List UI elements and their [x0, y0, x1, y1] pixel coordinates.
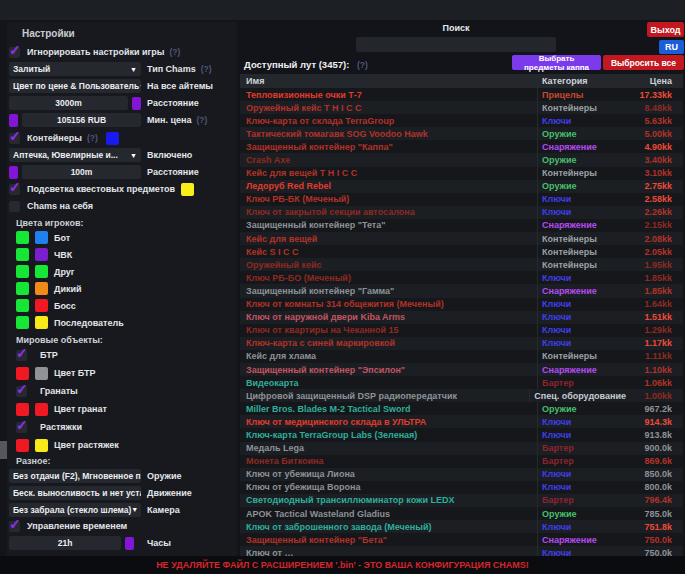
world-objects-list: ✓БТРЦвет БТР✓ГранатыЦвет гранат✓Растяжки… — [16, 346, 235, 454]
loot-row[interactable]: Тепловизионные очки Т-7Прицелы17.33kk — [240, 88, 683, 101]
loot-row[interactable]: Защищенный контейнер "Тета"Снаряжение2.1… — [240, 219, 683, 232]
hidden-color-swatch[interactable] — [35, 265, 48, 278]
misc-dropdown[interactable]: Без забрала (стекло шлема)▼ — [9, 503, 141, 517]
loot-item-category: Контейнеры — [537, 350, 626, 363]
loot-row[interactable]: Ключ от убежища ВоронаКлючи800.0k — [240, 481, 683, 494]
world-object-row: ✓Растяжки — [16, 418, 235, 436]
containers-color-swatch[interactable] — [106, 132, 119, 145]
loot-row[interactable]: Кейс для хламаКонтейнеры1.11kk — [240, 350, 683, 363]
loot-row[interactable]: Оружейный кейсКонтейнеры1.95kk — [240, 258, 683, 271]
drop-all-button[interactable]: Выбросить все — [603, 55, 684, 70]
loot-item-name: Miller Bros. Blades M-2 Tactical Sword — [240, 404, 537, 414]
exit-button[interactable]: Выход — [647, 22, 684, 37]
loot-row[interactable]: Медаль LegaБартер900.0k — [240, 442, 683, 455]
loot-row[interactable]: Ключ от наружной двери Kiba ArmsКлючи1.5… — [240, 311, 683, 324]
chams-self-checkbox[interactable]: ✓ — [9, 201, 20, 212]
containers-checkbox[interactable]: ✓ — [9, 133, 20, 144]
hidden-color-swatch[interactable] — [35, 248, 48, 261]
misc-dropdown[interactable]: Без отдачи (F2), Мгновенное п▼ — [9, 469, 141, 483]
loot-row[interactable]: Ключ-карта от склада TerraGroupКлючи5.63… — [240, 114, 683, 127]
loot-row[interactable]: Ключ от комнаты 314 общежития (Меченый)К… — [240, 298, 683, 311]
loot-row[interactable]: Ледоруб Red RebelОружие2.75kk — [240, 180, 683, 193]
loot-item-price: 4.90kk — [626, 142, 683, 152]
help-icon: (?) — [169, 47, 180, 57]
visible-color-swatch[interactable] — [16, 316, 29, 329]
player-type-label: ЧВК — [54, 250, 72, 260]
loot-row[interactable]: Ключ-карта TerraGroup Labs (Зеленая)Ключ… — [240, 428, 683, 441]
visible-color-swatch[interactable] — [16, 299, 29, 312]
column-header-price[interactable]: Цена — [626, 76, 683, 86]
world-object-checkbox[interactable]: ✓ — [16, 386, 27, 397]
loot-row[interactable]: Ключ от закрытой секции автосалонаКлючи2… — [240, 206, 683, 219]
loot-row[interactable]: Светодиодный трансиллюминатор кожи LEDXБ… — [240, 494, 683, 507]
loot-item-category: Бартер — [537, 455, 626, 468]
world-color-swatch-1[interactable] — [16, 439, 29, 452]
loot-item-price: 17.33kk — [626, 90, 683, 100]
loot-row[interactable]: Ключ РБ-БО (Меченый)Ключи1.85kk — [240, 271, 683, 284]
world-color-swatch-1[interactable] — [16, 367, 29, 380]
loot-row[interactable]: ВидеокартаБартер1.06kk — [240, 376, 683, 389]
distance-input[interactable]: 3000m — [9, 96, 128, 110]
world-color-swatch-2[interactable] — [35, 367, 48, 380]
loot-row[interactable]: Ключ от квартиры на Чеканной 15Ключи1.29… — [240, 324, 683, 337]
search-input[interactable] — [356, 37, 556, 52]
loot-item-category: Бартер — [537, 442, 626, 455]
distance-color-swatch[interactable] — [132, 97, 141, 110]
quest-items-checkbox[interactable]: ✓ — [9, 184, 20, 195]
world-object-checkbox[interactable]: ✓ — [16, 422, 27, 433]
loot-row[interactable]: Ключ от медицинского склада в УЛЬТРАКлюч… — [240, 415, 683, 428]
language-button[interactable]: RU — [659, 40, 684, 54]
loot-row[interactable]: Ключ от убежища ЛионаКлючи850.0k — [240, 468, 683, 481]
loot-row[interactable]: Ключ от заброшенного завода (Меченый)Клю… — [240, 520, 683, 533]
column-header-category[interactable]: Категория — [537, 74, 626, 88]
loot-row[interactable]: Защищенный контейнер "Эпсилон"Снаряжение… — [240, 363, 683, 376]
loot-row[interactable]: Ключ-карта с синей маркировкойКлючи1.17k… — [240, 337, 683, 350]
misc-dropdown[interactable]: Беск. выносливость и нет уста▼ — [9, 486, 141, 500]
loot-row[interactable]: Ключ от …Ключи750.0k — [240, 546, 683, 556]
min-price-label: Мин. цена — [147, 115, 191, 125]
world-object-row: Цвет растяжек — [16, 436, 235, 454]
loot-row[interactable]: APOK Tactical Wasteland GladiusОружие785… — [240, 507, 683, 520]
container-types-dropdown[interactable]: Аптечка, Ювелирные и...▼ — [9, 148, 141, 162]
loot-row[interactable]: Miller Bros. Blades M-2 Tactical SwordОр… — [240, 402, 683, 415]
loot-row[interactable]: Цифровой защищенный DSP радиопередатчикС… — [240, 389, 683, 402]
visible-color-swatch[interactable] — [16, 265, 29, 278]
loot-row[interactable]: Кейс для вещей T H I C CКонтейнеры3.10kk — [240, 167, 683, 180]
quest-items-color-swatch[interactable] — [181, 183, 194, 196]
hidden-color-swatch[interactable] — [35, 282, 48, 295]
loot-row[interactable]: Защищенный контейнер "Каппа"Снаряжение4.… — [240, 140, 683, 153]
loot-row[interactable]: Оружейный кейс T H I C CКонтейнеры8.48kk — [240, 101, 683, 114]
min-price-color-swatch[interactable] — [9, 114, 18, 127]
apply-mode-dropdown[interactable]: Цвет по цене & Пользователь▼ — [9, 79, 141, 93]
world-color-swatch-2[interactable] — [35, 439, 48, 452]
loot-row[interactable]: Crash AxeОружие3.40kk — [240, 153, 683, 166]
world-object-checkbox[interactable]: ✓ — [16, 350, 27, 361]
loot-row[interactable]: Кейс S I C CКонтейнеры2.05kk — [240, 245, 683, 258]
world-color-swatch-2[interactable] — [35, 403, 48, 416]
column-header-name[interactable]: Имя — [240, 76, 537, 86]
loot-row[interactable]: Защищенный контейнер "Гамма"Снаряжение1.… — [240, 284, 683, 297]
visible-color-swatch[interactable] — [16, 248, 29, 261]
hours-input[interactable]: 21h — [9, 536, 121, 550]
hours-color-swatch[interactable] — [125, 537, 134, 550]
chams-type-dropdown[interactable]: Залитый▼ — [9, 62, 141, 76]
hidden-color-swatch[interactable] — [35, 316, 48, 329]
world-color-swatch-1[interactable] — [16, 403, 29, 416]
loot-row[interactable]: Тактический томагавк SOG Voodoo HawkОруж… — [240, 127, 683, 140]
time-control-checkbox[interactable]: ✓ — [9, 521, 20, 532]
loot-item-name: Ключ от медицинского склада в УЛЬТРА — [240, 417, 537, 427]
loot-row[interactable]: Ключ РБ-БК (Меченый)Ключи2.58kk — [240, 193, 683, 206]
loot-row[interactable]: Монета БиткоинаБартер869.6k — [240, 455, 683, 468]
visible-color-swatch[interactable] — [16, 231, 29, 244]
loot-row[interactable]: Кейс для вещейКонтейнеры2.08kk — [240, 232, 683, 245]
select-kappa-items-button[interactable]: Выбрать предметы каппа — [512, 55, 601, 70]
hidden-color-swatch[interactable] — [35, 299, 48, 312]
loot-row[interactable]: Защищенный контейнер "Бета"Снаряжение750… — [240, 533, 683, 546]
ignore-game-settings-checkbox[interactable]: ✓ — [9, 47, 20, 58]
container-distance-input[interactable]: 100m — [22, 165, 141, 179]
hidden-color-swatch[interactable] — [35, 231, 48, 244]
min-price-input[interactable]: 105156 RUB — [22, 113, 141, 127]
loot-item-category: Ключи — [537, 337, 626, 350]
container-distance-color-swatch[interactable] — [9, 166, 18, 179]
visible-color-swatch[interactable] — [16, 282, 29, 295]
